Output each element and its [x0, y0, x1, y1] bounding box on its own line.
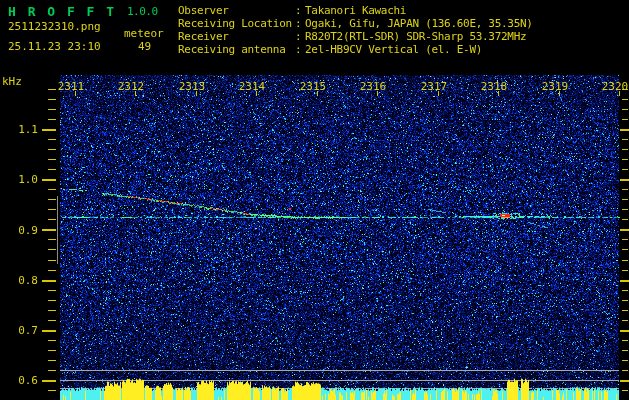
spectrogram-canvas [0, 0, 629, 400]
y-tick-label: 1.1 [2, 123, 38, 136]
x-tick-label: 2314 [239, 80, 266, 93]
info-value: 2el-HB9CV Vertical (el. E-W) [305, 43, 482, 56]
x-tick-label: 2311 [58, 80, 85, 93]
info-separator: : [295, 30, 301, 43]
hrofft-screenshot: H R O F F T 1.0.0 2511232310.png meteor … [0, 0, 629, 400]
app-version: 1.0.0 [127, 6, 158, 17]
x-tick-label: 2318 [481, 80, 508, 93]
info-value: Ogaki, Gifu, JAPAN (136.60E, 35.35N) [305, 17, 533, 30]
y-tick-label: 0.8 [2, 274, 38, 287]
x-tick-label: 2317 [421, 80, 448, 93]
x-tick-label: 2315 [300, 80, 327, 93]
y-tick-label: 0.6 [2, 374, 38, 387]
info-label: Receiving antenna [178, 43, 294, 56]
info-value: Takanori Kawachi [305, 4, 406, 17]
x-tick-label: 2316 [360, 80, 387, 93]
x-tick-label: 2313 [179, 80, 206, 93]
info-label: Receiver [178, 30, 294, 43]
x-tick-label: 2320 [602, 80, 629, 93]
x-tick-label: 2312 [118, 80, 145, 93]
meteor-count: 49 [138, 41, 151, 52]
y-tick-label: 0.7 [2, 324, 38, 337]
info-value: R820T2(RTL-SDR) SDR-Sharp 53.372MHz [305, 30, 526, 43]
info-separator: : [295, 17, 301, 30]
app-title: H R O F F T [8, 5, 116, 18]
mode-label: meteor [124, 28, 164, 39]
output-filename: 2511232310.png [8, 21, 101, 32]
y-tick-label: 0.9 [2, 224, 38, 237]
x-tick-label: 2319 [542, 80, 569, 93]
info-separator: : [295, 4, 301, 17]
y-tick-label: 1.0 [2, 173, 38, 186]
info-separator: : [295, 43, 301, 56]
y-axis-unit-label: kHz [2, 76, 22, 87]
info-label: Receiving Location [178, 17, 294, 30]
observation-datetime: 25.11.23 23:10 [8, 41, 101, 52]
info-label: Observer [178, 4, 294, 17]
